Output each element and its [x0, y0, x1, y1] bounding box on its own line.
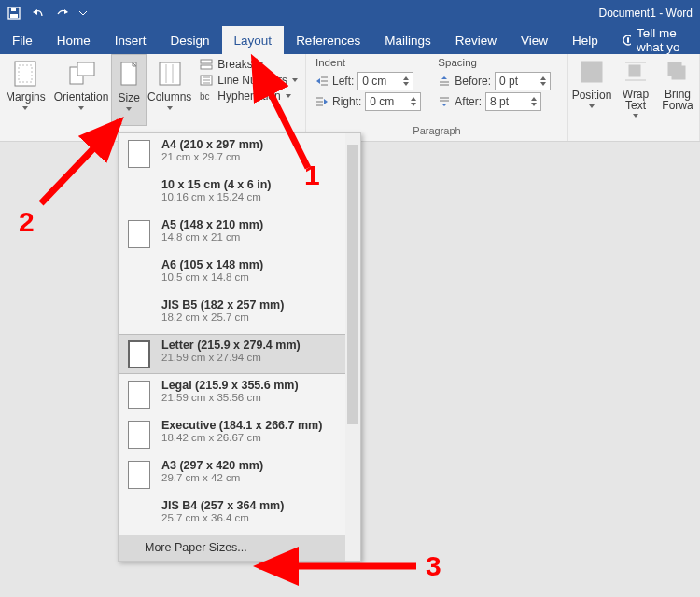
paper-icon [128, 501, 150, 529]
svg-rect-1 [10, 14, 18, 18]
indent-left-input[interactable]: 0 cm [357, 72, 413, 90]
columns-button[interactable]: Columns [147, 54, 192, 126]
ribbon-tabs: File Home Insert Design Layout Reference… [0, 26, 700, 54]
size-option-title: Legal (215.9 x 355.6 mm) [161, 379, 299, 392]
dropdown-scrollbar[interactable] [345, 133, 360, 561]
svg-rect-13 [201, 60, 212, 63]
indent-right-icon [315, 96, 329, 107]
size-option-title: Executive (184.1 x 266.7 mm) [161, 419, 322, 432]
size-option-2[interactable]: A5 (148 x 210 mm)14.8 cm x 21 cm [119, 214, 360, 254]
paper-icon [128, 260, 150, 288]
undo-icon[interactable] [30, 7, 47, 20]
ribbon: Margins Orientation Size Columns Breaks … [0, 54, 700, 142]
spacing-after-row: After: 8 pt [438, 92, 551, 111]
size-option-title: A4 (210 x 297 mm) [161, 138, 263, 151]
paper-icon [128, 421, 150, 449]
size-option-7[interactable]: Executive (184.1 x 266.7 mm)18.42 cm x 2… [119, 414, 360, 454]
spacing-header: Spacing [438, 57, 551, 70]
svg-rect-14 [201, 65, 212, 69]
size-option-9[interactable]: JIS B4 (257 x 364 mm)25.7 cm x 36.4 cm [119, 494, 360, 535]
redo-icon[interactable] [56, 7, 69, 20]
margins-icon [12, 60, 38, 88]
tab-help[interactable]: Help [560, 26, 610, 54]
size-option-sub: 18.2 cm x 25.7 cm [161, 312, 284, 323]
size-option-sub: 10.5 cm x 14.8 cm [161, 271, 263, 283]
position-icon [580, 60, 604, 86]
svg-text:bc: bc [200, 91, 210, 102]
size-option-title: Letter (215.9 x 279.4 mm) [161, 339, 301, 352]
svg-rect-8 [77, 62, 94, 76]
size-option-3[interactable]: A6 (105 x 148 mm)10.5 cm x 14.8 cm [119, 254, 360, 294]
size-option-sub: 14.8 cm x 21 cm [161, 231, 263, 243]
svg-rect-2 [11, 8, 16, 11]
size-option-title: 10 x 15 cm (4 x 6 in) [161, 178, 271, 191]
paper-icon [128, 300, 150, 328]
size-dropdown: A4 (210 x 297 mm)21 cm x 29.7 cm10 x 15 … [118, 132, 361, 562]
margins-button[interactable]: Margins [0, 54, 51, 126]
svg-rect-36 [668, 62, 681, 76]
paper-icon [128, 180, 150, 208]
spacing-before-input[interactable]: 0 pt [495, 72, 551, 90]
size-option-1[interactable]: 10 x 15 cm (4 x 6 in)10.16 cm x 15.24 cm [119, 174, 360, 214]
wrap-icon [623, 60, 648, 86]
spacing-before-icon [438, 76, 451, 87]
tab-insert[interactable]: Insert [103, 26, 159, 54]
svg-rect-4 [627, 37, 629, 43]
tab-review[interactable]: Review [443, 26, 509, 54]
bring-forward-button: Bring Forwa [656, 54, 699, 126]
more-paper-sizes[interactable]: More Paper Sizes... [119, 535, 360, 561]
line-numbers-button[interactable]: Line Numbers [200, 74, 298, 87]
size-option-title: JIS B4 (257 x 364 mm) [161, 499, 284, 512]
size-option-sub: 29.7 cm x 42 cm [161, 472, 263, 483]
orientation-button[interactable]: Orientation [51, 54, 111, 126]
columns-icon [158, 60, 182, 88]
svg-rect-32 [629, 65, 640, 76]
paper-icon [128, 140, 150, 168]
bring-forward-icon [665, 60, 690, 86]
title-bar: Document1 - Word [0, 0, 700, 26]
breaks-icon [200, 59, 213, 70]
tab-home[interactable]: Home [45, 26, 103, 54]
size-option-sub: 21 cm x 29.7 cm [161, 151, 263, 162]
svg-rect-31 [584, 64, 592, 72]
size-option-6[interactable]: Legal (215.9 x 355.6 mm)21.59 cm x 35.56… [119, 374, 360, 414]
position-button: Position [568, 54, 615, 126]
indent-right-input[interactable]: 0 cm [365, 92, 421, 111]
paper-icon [128, 461, 150, 489]
spacing-after-input[interactable]: 8 pt [485, 92, 541, 111]
orientation-icon [67, 60, 95, 88]
qat-more-icon[interactable] [78, 8, 88, 18]
tab-file[interactable]: File [0, 26, 45, 54]
svg-rect-10 [160, 62, 180, 85]
indent-left-icon [315, 76, 329, 87]
tab-layout[interactable]: Layout [222, 26, 285, 54]
indent-header: Indent [315, 57, 421, 70]
tab-design[interactable]: Design [159, 26, 222, 54]
svg-rect-5 [15, 62, 35, 86]
tab-view[interactable]: View [509, 26, 560, 54]
save-icon[interactable] [7, 7, 21, 20]
spacing-after-icon [438, 96, 451, 107]
size-option-sub: 18.42 cm x 26.67 cm [161, 432, 322, 443]
size-option-sub: 21.59 cm x 27.94 cm [161, 352, 301, 363]
size-option-8[interactable]: A3 (297 x 420 mm)29.7 cm x 42 cm [119, 454, 360, 494]
tell-me[interactable]: Tell me what yo [610, 26, 700, 54]
spacing-before-row: Before: 0 pt [438, 72, 551, 90]
breaks-button[interactable]: Breaks [200, 58, 298, 71]
size-option-title: A6 (105 x 148 mm) [161, 258, 263, 271]
size-option-title: A5 (148 x 210 mm) [161, 218, 263, 231]
tab-mailings[interactable]: Mailings [372, 26, 443, 54]
tab-references[interactable]: References [284, 26, 372, 54]
size-option-5[interactable]: Letter (215.9 x 279.4 mm)21.59 cm x 27.9… [119, 334, 360, 374]
hyphenation-icon: bc [200, 90, 213, 102]
line-numbers-icon [200, 75, 213, 86]
size-option-title: JIS B5 (182 x 257 mm) [161, 298, 284, 312]
size-button[interactable]: Size [111, 54, 147, 126]
size-option-4[interactable]: JIS B5 (182 x 257 mm)18.2 cm x 25.7 cm [119, 294, 360, 334]
hyphenation-button[interactable]: bcHyphenation [200, 90, 298, 103]
size-option-sub: 21.59 cm x 35.56 cm [161, 392, 299, 403]
paper-icon [128, 220, 150, 248]
paper-icon [128, 381, 150, 409]
size-option-sub: 25.7 cm x 36.4 cm [161, 512, 284, 523]
size-option-0[interactable]: A4 (210 x 297 mm)21 cm x 29.7 cm [119, 133, 360, 174]
